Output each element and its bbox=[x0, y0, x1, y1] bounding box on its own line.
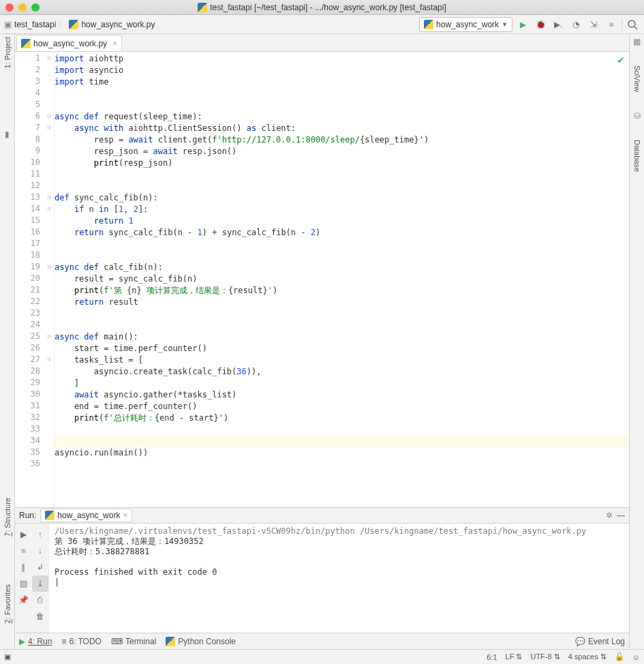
python-icon bbox=[21, 39, 31, 48]
breadcrumb-project[interactable]: test_fastapi bbox=[14, 20, 56, 29]
right-tool-strip: ▦ SciView ⛁ Database bbox=[629, 34, 644, 649]
navigation-bar: ▣ test_fastapi 〉 how_async_work.py how_a… bbox=[0, 15, 644, 34]
stop-button[interactable]: ■ bbox=[604, 17, 619, 32]
event-log-button[interactable]: 💬Event Log bbox=[575, 637, 625, 646]
inspection-ok-icon[interactable]: ✔ bbox=[617, 55, 625, 65]
profile-button[interactable]: ◔ bbox=[568, 17, 583, 32]
svg-line-1 bbox=[634, 27, 637, 29]
run-tool-header: Run: how_async_work × ✲ — bbox=[15, 507, 629, 524]
python-icon bbox=[198, 3, 207, 12]
tool-windows-icon[interactable]: ▣ bbox=[4, 652, 11, 661]
indent-setting[interactable]: 4 spaces ⇅ bbox=[568, 652, 607, 661]
svg-point-0 bbox=[628, 20, 635, 27]
window-minimize-button[interactable] bbox=[18, 3, 27, 12]
editor-tab-label: how_async_work.py bbox=[33, 39, 107, 48]
status-bar: ▣ 6:1 LF ⇅ UTF-8 ⇅ 4 spaces ⇅ 🔓 ☺ bbox=[0, 649, 644, 664]
run-console[interactable]: /Users/kingname/.virtualenvs/test_fastap… bbox=[49, 524, 629, 633]
run-tab[interactable]: how_async_work × bbox=[40, 509, 132, 522]
code-editor[interactable]: ✔ 1⊟23456⊟7⊟8910111213⊟14⊟1516171819⊟202… bbox=[15, 52, 629, 507]
python-icon bbox=[166, 637, 175, 646]
debug-button[interactable]: 🐞 bbox=[533, 17, 548, 32]
chevron-down-icon: ▼ bbox=[502, 21, 508, 28]
rerun-button[interactable]: ▶ bbox=[15, 526, 32, 543]
settings-icon[interactable]: ✲ bbox=[606, 511, 613, 520]
python-icon bbox=[45, 511, 55, 520]
scroll-to-end-button[interactable]: ⤓ bbox=[32, 575, 49, 592]
down-button[interactable]: ↓ bbox=[32, 543, 49, 559]
terminal-tool-button[interactable]: ⌨Terminal bbox=[111, 637, 156, 646]
soft-wrap-button[interactable]: ↲ bbox=[32, 559, 49, 575]
file-encoding[interactable]: UTF-8 ⇅ bbox=[530, 652, 559, 661]
run-tool-title: Run: bbox=[19, 511, 36, 520]
favorites-tool-button[interactable]: 2: Favorites bbox=[3, 584, 12, 623]
lock-icon[interactable]: 🔓 bbox=[615, 652, 624, 661]
editor-tabs: how_async_work.py × bbox=[15, 34, 629, 52]
breadcrumb-file[interactable]: how_async_work.py bbox=[81, 20, 155, 29]
grid-icon[interactable]: ▦ bbox=[633, 37, 641, 46]
run-toolbar: ▶↑ ■↓ ‖↲ ▤⤓ 📌⎙ 🗑 bbox=[15, 524, 49, 633]
run-config-dropdown[interactable]: how_async_work ▼ bbox=[419, 17, 512, 32]
close-icon[interactable]: × bbox=[123, 511, 127, 520]
database-icon[interactable]: ⛁ bbox=[634, 111, 641, 121]
run-with-coverage-button[interactable]: ▶. bbox=[551, 17, 566, 32]
print-button[interactable]: ⎙ bbox=[32, 592, 49, 608]
window-title: test_fastapi [~/test_fastapi] - .../how_… bbox=[210, 3, 446, 12]
minimize-icon[interactable]: — bbox=[617, 511, 625, 520]
pin-button[interactable]: 📌 bbox=[15, 592, 32, 608]
editor-code-area[interactable]: import aiohttpimport asyncioimport timea… bbox=[55, 52, 629, 507]
up-button[interactable]: ↑ bbox=[32, 526, 49, 543]
bookmark-icon[interactable]: ▮ bbox=[5, 130, 10, 139]
stop-run-button[interactable]: ■ bbox=[15, 543, 32, 559]
structure-tool-button[interactable]: 7: Structure bbox=[3, 498, 12, 537]
sciview-tool-button[interactable]: SciView bbox=[633, 65, 641, 92]
line-separator[interactable]: LF ⇅ bbox=[506, 652, 523, 661]
run-button[interactable]: ▶ bbox=[515, 17, 530, 32]
close-tab-icon[interactable]: × bbox=[112, 39, 117, 48]
hector-icon[interactable]: ☺ bbox=[632, 653, 640, 661]
bottom-tool-bar: ▶4: Run ≡6: TODO ⌨Terminal Python Consol… bbox=[15, 633, 629, 649]
pause-button[interactable]: ‖ bbox=[15, 559, 32, 575]
editor-tab-active[interactable]: how_async_work.py × bbox=[16, 35, 122, 51]
window-titlebar: test_fastapi [~/test_fastapi] - .../how_… bbox=[0, 0, 644, 15]
attach-button[interactable]: ⇲ bbox=[586, 17, 601, 32]
database-tool-button[interactable]: Database bbox=[633, 140, 641, 172]
folder-icon: ▣ bbox=[4, 20, 12, 29]
layout-button[interactable]: ▤ bbox=[15, 575, 32, 592]
python-icon bbox=[69, 20, 78, 29]
trash-button[interactable]: 🗑 bbox=[32, 608, 49, 624]
python-icon bbox=[424, 20, 433, 29]
breadcrumb[interactable]: ▣ test_fastapi 〉 how_async_work.py bbox=[4, 19, 155, 29]
run-tool-button[interactable]: ▶4: Run bbox=[19, 637, 52, 646]
editor-gutter[interactable]: 1⊟23456⊟7⊟8910111213⊟14⊟1516171819⊟20212… bbox=[15, 52, 55, 507]
chevron-right-icon: 〉 bbox=[59, 19, 66, 29]
python-console-tool-button[interactable]: Python Console bbox=[166, 637, 236, 646]
window-maximize-button[interactable] bbox=[31, 3, 40, 12]
project-tool-button[interactable]: 1: Project bbox=[3, 37, 12, 68]
window-close-button[interactable] bbox=[5, 3, 14, 12]
search-button[interactable] bbox=[625, 17, 640, 32]
todo-tool-button[interactable]: ≡6: TODO bbox=[61, 637, 102, 646]
cursor-position[interactable]: 6:1 bbox=[487, 653, 497, 661]
run-config-label: how_async_work bbox=[436, 20, 499, 29]
run-tab-label: how_async_work bbox=[57, 511, 120, 520]
